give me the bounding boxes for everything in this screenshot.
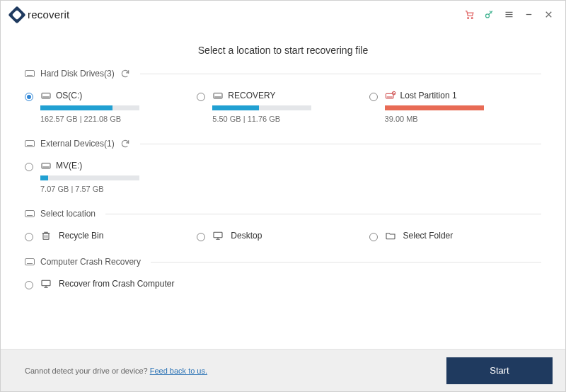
drive-option[interactable]: MV(E:)7.07 GB | 7.57 GB: [25, 157, 197, 196]
refresh-hdd-icon[interactable]: [120, 69, 130, 79]
footer-message: Cannot detect your drive or device? Feed…: [25, 367, 207, 375]
svg-rect-19: [43, 234, 49, 240]
section-hdd-label: Hard Disk Drives(3): [40, 69, 115, 79]
radio-desktop[interactable]: [197, 233, 205, 241]
recycle-bin-icon: [40, 230, 52, 241]
usage-bar: [40, 175, 139, 180]
drive-option[interactable]: RECOVERY5.50 GB | 11.76 GB: [197, 87, 369, 126]
page-title: Select a location to start recovering fi…: [25, 45, 541, 56]
svg-rect-17: [42, 163, 50, 168]
folder-icon: [385, 230, 396, 241]
minimize-button[interactable]: [519, 5, 538, 25]
drive-icon: [40, 160, 52, 171]
drive-size: 162.57 GB | 221.08 GB: [40, 115, 139, 123]
svg-point-1: [471, 18, 473, 19]
location-options-row: Recycle Bin Desktop Sele: [25, 227, 541, 244]
refresh-ext-icon[interactable]: [120, 139, 130, 149]
svg-rect-9: [42, 93, 50, 98]
svg-rect-11: [214, 93, 222, 98]
app-logo: recoverit: [11, 8, 69, 21]
drive-radio[interactable]: [25, 163, 33, 171]
desktop-label: Desktop: [231, 231, 262, 241]
app-window: recoverit Select a location to start rec…: [0, 0, 566, 392]
recycle-label: Recycle Bin: [59, 231, 103, 241]
lost-drive-icon: [385, 90, 396, 101]
section-hdd-header: Hard Disk Drives(3): [25, 69, 541, 79]
brand-text: recoverit: [28, 8, 69, 21]
section-crash-label: Computer Crash Recovery: [40, 257, 141, 267]
start-button[interactable]: Start: [446, 357, 553, 384]
usage-bar: [40, 105, 139, 110]
ext-options-row: MV(E:)7.07 GB | 7.57 GB: [25, 157, 541, 196]
radio-crash[interactable]: [25, 281, 33, 289]
drive-size: 5.50 GB | 11.76 GB: [212, 115, 311, 123]
drive-option[interactable]: OS(C:)162.57 GB | 221.08 GB: [25, 87, 197, 126]
option-desktop[interactable]: Desktop: [197, 227, 369, 244]
folder-label: Select Folder: [403, 231, 454, 241]
hdd-options-row: OS(C:)162.57 GB | 221.08 GBRECOVERY5.50 …: [25, 87, 541, 126]
key-icon[interactable]: [479, 5, 499, 25]
svg-rect-21: [42, 280, 50, 285]
svg-rect-20: [214, 232, 222, 237]
crash-computer-icon: [40, 278, 52, 289]
option-crash-recover[interactable]: Recover from Crash Computer: [25, 275, 197, 292]
desktop-icon: [212, 230, 224, 241]
section-crash-header: Computer Crash Recovery: [25, 257, 541, 267]
drive-name: Lost Partition 1: [400, 91, 457, 100]
drive-size: 39.00 MB: [385, 115, 484, 123]
usage-bar: [385, 105, 484, 110]
cart-icon[interactable]: [459, 5, 479, 25]
logo-icon: [8, 6, 25, 23]
drive-size: 7.07 GB | 7.57 GB: [40, 185, 139, 193]
crash-label: Recover from Crash Computer: [59, 279, 174, 289]
drive-radio[interactable]: [369, 93, 378, 101]
hdd-section-icon: [25, 70, 35, 77]
drive-radio[interactable]: [25, 93, 33, 101]
drive-name: OS(C:): [56, 91, 82, 100]
section-loc-label: Select location: [40, 209, 96, 219]
usage-bar: [212, 105, 311, 110]
ext-section-icon: [25, 140, 35, 147]
svg-point-0: [467, 18, 468, 19]
option-recycle-bin[interactable]: Recycle Bin: [25, 227, 197, 244]
radio-recycle[interactable]: [25, 233, 33, 241]
option-select-folder[interactable]: Select Folder: [369, 227, 541, 244]
crash-section-icon: [25, 258, 35, 265]
svg-point-2: [485, 14, 489, 18]
loc-section-icon: [25, 210, 35, 217]
drive-name: RECOVERY: [228, 91, 275, 100]
footer-bar: Cannot detect your drive or device? Feed…: [1, 349, 565, 391]
close-button[interactable]: [538, 5, 558, 25]
titlebar: recoverit: [1, 1, 565, 29]
section-loc-header: Select location: [25, 209, 541, 219]
drive-option[interactable]: Lost Partition 139.00 MB: [369, 87, 541, 126]
menu-icon[interactable]: [499, 5, 519, 25]
feedback-link[interactable]: Feed back to us.: [150, 367, 207, 375]
drive-name: MV(E:): [56, 161, 82, 171]
drive-icon: [212, 90, 224, 101]
section-ext-label: External Devices(1): [40, 139, 115, 149]
crash-options-row: Recover from Crash Computer: [25, 275, 541, 292]
main-panel: Select a location to start recovering fi…: [1, 29, 565, 349]
drive-icon: [40, 90, 52, 101]
section-ext-header: External Devices(1): [25, 139, 541, 149]
footer-msg-text: Cannot detect your drive or device?: [25, 367, 148, 375]
drive-radio[interactable]: [197, 93, 205, 101]
radio-folder[interactable]: [369, 233, 378, 241]
